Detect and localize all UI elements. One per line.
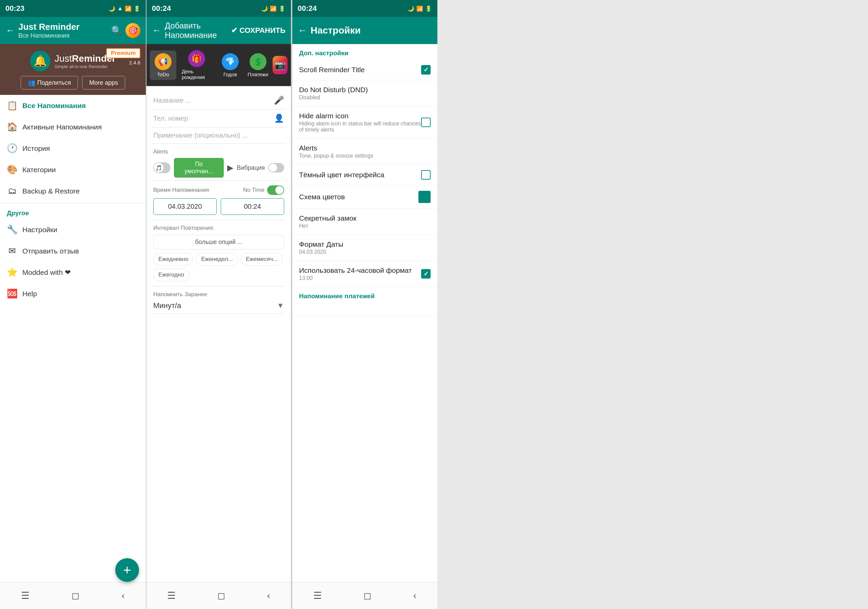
setting-alerts[interactable]: Alerts Tone, popup & snooze settings — [292, 139, 437, 165]
dnd-text: Do Not Disturb (DND) Disabled — [299, 86, 431, 100]
nav-container: 📋 Все Напоминания 🏠 Активные Напоминания… — [0, 95, 146, 582]
menu-icon-2[interactable]: ☰ — [167, 590, 176, 601]
setting-date-format[interactable]: Формат Даты 04.03.2020 — [292, 235, 437, 261]
setting-dnd[interactable]: Do Not Disturb (DND) Disabled — [292, 80, 437, 107]
hide-alarm-checkbox[interactable] — [421, 117, 431, 127]
time-field[interactable]: 00:24 — [221, 198, 284, 215]
back-icon-1[interactable]: ‹ — [122, 590, 125, 601]
contact-icon[interactable]: 👤 — [274, 114, 284, 123]
no-time-toggle[interactable] — [267, 185, 284, 195]
home-icon-2[interactable]: ◻ — [217, 590, 225, 601]
app-bar-2: ← Добавить Напоминание ✔ СОХРАНИТЬ — [146, 17, 291, 44]
moon-icon: 🌙 — [108, 5, 115, 12]
status-bar-1: 00:23 🌙 ▲ 📶 🔋 — [0, 0, 146, 17]
back-button-2[interactable]: ← — [152, 25, 161, 36]
menu-icon-3[interactable]: ☰ — [313, 590, 322, 601]
setting-scroll-title[interactable]: Scroll Reminder Title — [292, 60, 437, 80]
dark-theme-checkbox[interactable] — [421, 170, 431, 179]
back-button-3[interactable]: ← — [298, 25, 307, 36]
screen-1-main: 00:23 🌙 ▲ 📶 🔋 ← Just Reminder Все Напоми… — [0, 0, 146, 609]
app-title-1: Just Reminder — [18, 22, 108, 32]
settings-icon: 🔧 — [7, 224, 18, 235]
app-subtitle-1: Все Напоминания — [18, 32, 108, 39]
home-icon-3[interactable]: ◻ — [363, 590, 371, 601]
nav-divider — [0, 203, 146, 203]
vibration-toggle[interactable] — [268, 163, 284, 173]
app-bar-1: ← Just Reminder Все Напоминания 🔍 🎯 — [0, 17, 146, 44]
no-time-label: No Time — [243, 187, 265, 193]
nav-item-all-reminders[interactable]: 📋 Все Напоминания — [0, 95, 146, 116]
sound-toggle-knob: 🎵 — [154, 163, 163, 173]
nav-item-feedback[interactable]: ✉ Отправить отзыв — [0, 240, 146, 262]
tab-birthday[interactable]: 🎁 День рождения — [178, 48, 215, 83]
back-button-1[interactable]: ← — [5, 25, 15, 36]
setting-color-scheme[interactable]: Схема цветов — [292, 185, 437, 209]
tab-payments[interactable]: 💲 Платежи — [245, 51, 271, 80]
wifi-icon: 📶 — [125, 5, 132, 12]
advance-value: Минут/а — [153, 301, 181, 310]
advance-select[interactable]: Минут/а ▼ — [153, 301, 284, 314]
sound-toggle[interactable]: 🎵 — [153, 162, 170, 173]
back-icon-2[interactable]: ‹ — [267, 590, 270, 601]
name-input[interactable] — [153, 97, 271, 104]
home-icon-1[interactable]: ◻ — [71, 590, 79, 601]
screen-3-settings: 00:24 🌙 📶 🔋 ← Настройки Доп. настройки S… — [291, 0, 437, 609]
app-logo-icon: 🔔 — [30, 51, 51, 71]
phone-field-row: 👤 — [152, 110, 285, 127]
instagram-icon[interactable]: 📷 — [273, 56, 288, 74]
nav-item-help[interactable]: 🆘 Help — [0, 283, 146, 304]
setting-secret-lock[interactable]: Секретный замок Нет — [292, 209, 437, 235]
setting-24hour[interactable]: Использовать 24-часовой формат 13:00 — [292, 261, 437, 287]
repeat-monthly[interactable]: Ежемесяч... — [241, 253, 283, 266]
more-apps-button[interactable]: More apps — [82, 76, 125, 90]
other-section-title: Другое — [0, 205, 146, 219]
avatar-1[interactable]: 🎯 — [126, 23, 140, 38]
repeat-weekly[interactable]: Еженедел... — [196, 253, 238, 266]
reminder-form: 🎤 👤 Alerts 🎵 По умолчан... ▶ Вибрация — [146, 86, 291, 582]
fab-add-button[interactable]: + — [115, 558, 139, 582]
repeat-daily[interactable]: Ежедневно — [153, 253, 193, 266]
nav-item-categories[interactable]: 🎨 Категории — [0, 159, 146, 180]
microphone-icon[interactable]: 🎤 — [274, 96, 284, 105]
setting-dark-theme[interactable]: Тёмный цвет интерфейса — [292, 165, 437, 185]
title-block-1: Just Reminder Все Напоминания — [18, 22, 108, 39]
status-time-1: 00:23 — [5, 4, 25, 13]
payments-placeholder — [292, 303, 437, 316]
moon-icon-2: 🌙 — [261, 5, 268, 12]
logo-text-light: Just — [54, 53, 72, 64]
nav-item-history[interactable]: 🕐 История — [0, 138, 146, 159]
birthday-icon: 🎁 — [188, 50, 205, 67]
phone-input[interactable] — [153, 114, 271, 122]
setting-hide-alarm[interactable]: Hide alarm icon Hiding alarm icon in sta… — [292, 107, 437, 139]
all-reminders-icon: 📋 — [7, 100, 18, 111]
color-scheme-swatch[interactable] — [418, 191, 431, 203]
repeat-yearly[interactable]: Ежегодно — [153, 268, 189, 281]
share-button[interactable]: 👥 Поделиться — [21, 76, 78, 90]
nav-item-backup[interactable]: 🗂 Backup & Restore — [0, 180, 146, 202]
color-scheme-text: Схема цветов — [299, 193, 418, 201]
back-icon-3[interactable]: ‹ — [413, 590, 416, 601]
play-button[interactable]: ▶ — [227, 163, 233, 173]
hide-alarm-text: Hide alarm icon Hiding alarm icon in sta… — [299, 112, 421, 133]
more-options-button[interactable]: больше опций ... — [153, 235, 284, 249]
note-input[interactable] — [153, 131, 284, 139]
tab-todo[interactable]: 📢 ToDo — [150, 51, 176, 80]
tab-anniversary[interactable]: 💎 Годов — [217, 51, 243, 80]
wifi-icon-2: 📶 — [270, 5, 277, 12]
nav-item-modded[interactable]: ⭐ Modded with ❤ — [0, 262, 146, 283]
logo-tagline: Simple all-in-one Reminder — [54, 64, 116, 69]
24hour-text: Использовать 24-часовой формат 13:00 — [299, 266, 421, 281]
scroll-title-checkbox[interactable] — [421, 65, 431, 74]
search-icon-1[interactable]: 🔍 — [111, 25, 122, 36]
datetime-section: Время Напоминания No Time 04.03.2020 00:… — [152, 181, 285, 220]
24hour-checkbox[interactable] — [421, 269, 431, 278]
nav-item-settings[interactable]: 🔧 Настройки — [0, 219, 146, 240]
sound-select-button[interactable]: По умолчан... — [174, 158, 224, 178]
repeat-chips: Ежедневно Еженедел... Ежемесяч... Ежегод… — [153, 253, 284, 281]
settings-section-payments: Напоминание платежей — [292, 287, 437, 303]
menu-icon-1[interactable]: ☰ — [21, 590, 29, 601]
save-button[interactable]: ✔ СОХРАНИТЬ — [231, 26, 285, 35]
battery-icon-3: 🔋 — [425, 5, 432, 12]
date-field[interactable]: 04.03.2020 — [153, 198, 217, 215]
nav-item-active-reminders[interactable]: 🏠 Активные Напоминания — [0, 116, 146, 138]
